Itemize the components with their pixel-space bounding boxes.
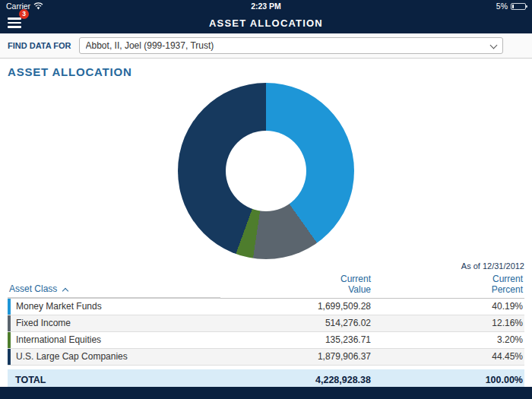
app-screen: Carrier 2:23 PM 5% 3 ASSET ALLOCATION FI… — [0, 0, 532, 399]
menu-button[interactable]: 3 — [8, 13, 27, 33]
header-current-value[interactable]: Current Value — [220, 274, 372, 296]
cell-current-percent: 12.16% — [372, 318, 524, 328]
notification-badge: 3 — [19, 9, 29, 19]
allocation-table: Asset Class Current Value Current Percen… — [8, 274, 524, 391]
as-of-date: As of 12/31/2012 — [8, 261, 524, 271]
carrier-label: Carrier — [6, 2, 30, 11]
cell-asset-class: International Equities — [11, 334, 220, 345]
table-row[interactable]: International Equities135,236.713.20% — [8, 332, 524, 349]
section-title: ASSET ALLOCATION — [8, 65, 524, 78]
total-label: TOTAL — [8, 375, 220, 385]
cell-current-percent: 40.19% — [372, 301, 524, 312]
battery-icon — [511, 3, 526, 10]
chart-area — [8, 83, 524, 259]
page-title: ASSET ALLOCATION — [209, 17, 323, 29]
donut-chart[interactable] — [178, 83, 354, 259]
find-data-select[interactable]: Abbot, II, Joel (999-1937, Trust) — [79, 37, 503, 54]
find-data-label: FIND DATA FOR — [8, 41, 71, 50]
cell-current-value: 135,236.71 — [220, 334, 372, 345]
donut-hole — [226, 131, 306, 211]
find-data-bar: FIND DATA FOR Abbot, II, Joel (999-1937,… — [0, 33, 532, 59]
cell-current-percent: 44.45% — [372, 351, 524, 362]
sort-ascending-icon — [62, 288, 68, 294]
cell-asset-class: Money Market Funds — [11, 301, 220, 312]
table-row[interactable]: U.S. Large Cap Companies1,879,906.3744.4… — [8, 349, 524, 366]
header-asset-class[interactable]: Asset Class — [8, 283, 220, 299]
table-header: Asset Class Current Value Current Percen… — [8, 274, 524, 299]
cell-current-percent: 3.20% — [372, 334, 524, 345]
cell-current-value: 1,699,509.28 — [220, 301, 372, 312]
header-current-percent[interactable]: Current Percent — [372, 274, 524, 296]
table-row[interactable]: Money Market Funds1,699,509.2840.19% — [8, 299, 524, 315]
cell-current-value: 514,276.02 — [220, 318, 372, 328]
total-value: 4,228,928.38 — [220, 375, 372, 385]
main-content: ASSET ALLOCATION As of 12/31/2012 Asset … — [0, 65, 532, 391]
nav-bar: 3 ASSET ALLOCATION — [0, 12, 532, 33]
total-percent: 100.00% — [372, 375, 524, 385]
cell-asset-class: Fixed Income — [11, 318, 220, 328]
cell-current-value: 1,879,906.37 — [220, 351, 372, 362]
bottom-bar — [0, 387, 532, 399]
status-bar: Carrier 2:23 PM 5% — [0, 0, 532, 12]
table-body: Money Market Funds1,699,509.2840.19%Fixe… — [8, 299, 524, 366]
wifi-icon — [33, 2, 43, 10]
cell-asset-class: U.S. Large Cap Companies — [11, 351, 220, 362]
clock: 2:23 PM — [97, 2, 435, 11]
account-select-wrap: Abbot, II, Joel (999-1937, Trust) — [79, 37, 503, 54]
hamburger-icon — [8, 17, 21, 20]
table-row[interactable]: Fixed Income514,276.0212.16% — [8, 315, 524, 332]
battery-percent: 5% — [496, 2, 508, 11]
